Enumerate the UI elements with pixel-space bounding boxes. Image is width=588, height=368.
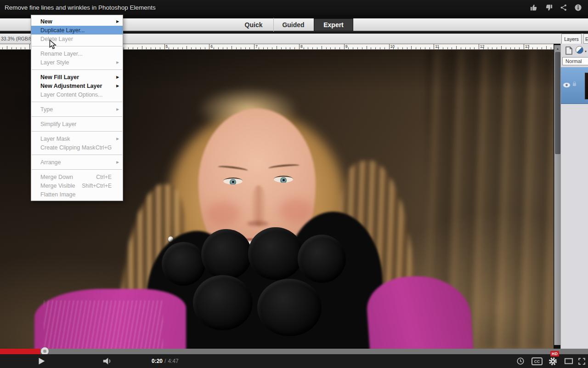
new-layer-icon <box>564 46 573 56</box>
menu-item: Layer Style▶ <box>31 58 123 67</box>
lock-icon <box>572 81 577 86</box>
blend-mode-select: Normal <box>562 57 588 65</box>
menu-item: Merge VisibleShift+Ctrl+E <box>31 181 123 190</box>
menu-separator <box>31 152 123 158</box>
submenu-arrow-icon: ▶ <box>114 19 119 23</box>
menu-item: Duplicate Layer... <box>31 26 123 34</box>
menu-item: Type▶ <box>31 105 123 114</box>
menu-item: Layer Mask▶ <box>31 134 123 143</box>
gear-icon <box>548 356 558 366</box>
effects-panel-tab-partial: E <box>583 34 588 44</box>
svg-text:CC: CC <box>534 359 540 364</box>
cc-button[interactable]: CC <box>528 354 546 368</box>
like-button[interactable] <box>526 0 541 15</box>
theater-mode-button[interactable] <box>561 354 576 368</box>
info-button[interactable] <box>571 0 585 15</box>
menu-separator <box>31 99 123 105</box>
mouse-cursor <box>49 40 57 50</box>
time-display: 0:20 / 4:47 <box>152 354 179 368</box>
scrollbar-thumb <box>555 52 560 154</box>
video-title-bar: Remove fine lines and wrinkles in Photos… <box>0 0 588 15</box>
layer-thumbnail <box>585 73 588 99</box>
menu-separator <box>31 67 123 73</box>
scrollbar-up-arrow: ▲ <box>554 45 561 52</box>
menu-separator <box>31 43 123 49</box>
menu-item: New Fill Layer▶ <box>31 73 123 81</box>
menu-item: Simplify Layer <box>31 120 123 128</box>
submenu-arrow-icon: ▶ <box>114 137 119 141</box>
watch-later-button[interactable] <box>513 354 528 368</box>
layers-tab-label: Layers <box>564 36 579 42</box>
video-surface[interactable]: QuickGuidedExpert 33.3% (RGB/8 567891011… <box>0 15 588 349</box>
adjustment-layer-icon <box>576 46 583 54</box>
blend-mode-value: Normal <box>565 58 582 64</box>
submenu-arrow-icon: ▶ <box>114 60 119 64</box>
submenu-arrow-icon: ▶ <box>114 107 119 111</box>
current-time: 0:20 <box>152 358 163 364</box>
share-icon <box>559 3 568 12</box>
mode-tab-expert: Expert <box>314 18 353 31</box>
volume-button[interactable] <box>94 354 120 368</box>
settings-button[interactable]: HD <box>544 354 561 368</box>
dislike-button[interactable] <box>541 0 556 15</box>
volume-icon <box>102 356 113 366</box>
layer-menu-dropdown: New▶Duplicate Layer...Delete LayerRename… <box>31 15 123 201</box>
menu-separator <box>31 114 123 120</box>
clock-icon <box>516 357 525 365</box>
submenu-arrow-icon: ▶ <box>114 160 119 164</box>
hd-badge: HD <box>550 351 559 356</box>
duration: 4:47 <box>168 358 178 364</box>
player-control-bar: 0:20 / 4:47 CC HD <box>0 354 588 368</box>
info-icon <box>574 3 582 12</box>
share-button[interactable] <box>556 0 571 15</box>
thumbs-down-icon <box>544 3 553 12</box>
seek-bar[interactable] <box>0 349 588 354</box>
visibility-eye-icon <box>563 82 571 88</box>
fullscreen-button[interactable] <box>575 354 588 368</box>
zoom-status-text: 33.3% (RGB/8 <box>1 36 32 41</box>
layers-panel: ▼ Normal <box>560 44 588 349</box>
layer-row-selected <box>561 67 588 104</box>
menu-item: Arrange▶ <box>31 158 123 167</box>
thumbs-up-icon <box>530 3 538 12</box>
menu-separator <box>31 128 123 134</box>
mode-tab-quick: Quick <box>234 18 273 32</box>
mode-tab-guided: Guided <box>273 18 313 32</box>
video-title: Remove fine lines and wrinkles in Photos… <box>0 4 526 11</box>
effects-tab-label: E <box>585 36 588 42</box>
play-icon <box>36 356 46 366</box>
theater-icon <box>564 357 574 365</box>
menu-item: New▶ <box>31 17 123 26</box>
chevron-down-icon: ▼ <box>584 50 587 53</box>
time-separator: / <box>164 358 166 364</box>
submenu-arrow-icon: ▶ <box>114 84 119 88</box>
cc-icon: CC <box>531 356 543 366</box>
menu-item: New Adjustment Layer▶ <box>31 81 123 90</box>
canvas-vertical-scrollbar: ▲ <box>554 45 560 345</box>
youtube-player: Remove fine lines and wrinkles in Photos… <box>0 0 588 368</box>
menu-item: Flatten Image <box>31 190 123 199</box>
menu-separator <box>31 167 123 172</box>
menu-item: Merge DownCtrl+E <box>31 172 123 181</box>
menu-item: Layer Content Options... <box>31 90 123 99</box>
layers-panel-tab: Layers <box>561 34 582 44</box>
play-button[interactable] <box>31 354 51 368</box>
menu-item: Delete Layer <box>31 34 123 43</box>
seek-bar-played <box>0 349 40 354</box>
menu-item: Create Clipping MaskCtrl+G <box>31 143 123 152</box>
menu-item: Rename Layer... <box>31 49 123 58</box>
fullscreen-icon <box>577 357 586 366</box>
submenu-arrow-icon: ▶ <box>114 75 119 79</box>
